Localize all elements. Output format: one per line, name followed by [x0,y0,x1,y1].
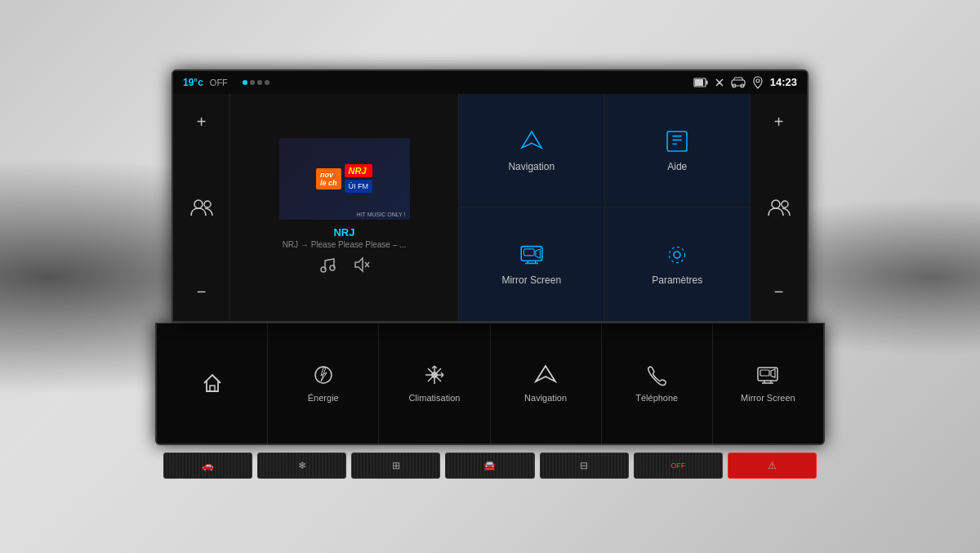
media-track: NRJ → Please Please Please – ... [283,240,407,249]
mirror-screen-bottom-label: Mirror Screen [741,393,795,403]
energie-icon [312,363,335,386]
nav-navigation-icon [534,363,557,386]
svg-point-6 [756,79,760,83]
nrj-logo: NRJ [345,164,373,177]
nav-tile-telephone[interactable]: Téléphone [602,323,712,444]
phys-btn-6-icon: OFF [670,462,685,470]
svg-rect-3 [732,80,745,86]
music-note-icon[interactable] [318,256,336,277]
status-bar: 19°c OFF [173,71,807,94]
energie-label: Énergie [308,393,339,403]
phys-btn-1[interactable]: 🚗 [163,453,252,479]
status-right: 14:23 [693,76,797,89]
media-station: NRJ [283,226,407,239]
svg-marker-29 [321,368,327,381]
svg-rect-27 [210,386,215,391]
car-status-icon [731,77,746,88]
user-profile-icon[interactable] [185,191,218,224]
phys-btn-5[interactable]: ⊟ [540,453,629,479]
bottom-screen: Énergie Climatisation [155,323,825,445]
volume-down-button[interactable]: − [185,276,218,309]
right-volume-down-button[interactable]: − [763,276,795,309]
parametres-label: Paramètres [652,274,702,286]
dot-1 [243,80,247,85]
phys-btn-6[interactable]: OFF [634,453,723,479]
main-content: + − [173,94,807,321]
volume-up-button[interactable]: + [185,106,218,139]
profile-icon-svg [189,197,214,218]
navigation-label: Navigation [508,161,555,172]
svg-point-26 [782,201,788,207]
physical-buttons-row: 🚗 ❄ ⊞ 🚘 ⊟ OFF ⚠ [155,448,825,484]
parametres-icon [664,242,690,268]
svg-rect-1 [695,79,703,86]
phys-btn-2[interactable]: ❄ [257,453,346,479]
nav-tile-energie[interactable]: Énergie [268,323,378,444]
svg-rect-41 [760,370,769,376]
svg-rect-19 [523,249,534,256]
svg-point-24 [670,248,685,263]
left-panel: + − [173,94,230,321]
nav-mirror-screen-icon [756,363,779,386]
mirror-screen-label: Mirror Screen [501,274,561,286]
media-section: novle ch NRJ ÜI FM HIT MUSIC ONLY ! NRJ … [230,94,459,321]
right-user-icon[interactable] [763,191,795,224]
media-controls [318,256,371,277]
aide-icon [664,128,690,154]
mirror-screen-icon [519,242,545,268]
app-tile-mirror-screen[interactable]: Mirror Screen [459,207,604,321]
mode-display: OFF [210,78,228,87]
svg-marker-39 [536,366,555,381]
right-volume-up-button[interactable]: + [763,106,795,139]
ui-fm-logo: ÜI FM [345,180,373,193]
navigation-bottom-label: Navigation [524,393,567,403]
aide-label: Aide [667,161,687,172]
mute-icon[interactable] [353,256,371,277]
app-tile-navigation[interactable]: Navigation [459,94,604,207]
phys-btn-1-icon: 🚗 [202,460,214,471]
phys-btn-3-icon: ⊞ [392,460,400,471]
page-dots [243,80,270,85]
svg-point-8 [204,201,211,207]
svg-rect-14 [667,132,687,151]
temperature-display: 19°c [183,77,203,88]
right-panel: + − [750,94,807,321]
hit-music-label: HIT MUSIC ONLY ! [357,212,406,217]
nav-tile-navigation[interactable]: Navigation [491,323,601,444]
telephone-label: Téléphone [635,393,678,403]
nova-logo: novle ch [316,168,341,190]
app-tile-parametres[interactable]: Paramètres [605,207,751,321]
screens-wrapper: 19°c OFF [155,69,825,484]
battery-icon [693,78,708,87]
hazard-icon: ⚠ [768,460,777,471]
phys-btn-5-icon: ⊟ [580,460,588,471]
phys-btn-3[interactable]: ⊞ [351,453,440,479]
nav-tile-mirror-screen[interactable]: Mirror Screen [713,323,823,444]
bottom-nav: Énergie Climatisation [157,323,823,444]
dot-4 [265,80,270,85]
clock-display: 14:23 [770,76,797,88]
car-infotainment-surround: 19°c OFF [0,0,980,553]
gps-icon [752,76,764,89]
right-profile-icon [767,197,791,218]
phys-btn-hazard[interactable]: ⚠ [728,453,817,479]
radio-logos: novle ch NRJ ÜI FM [316,164,372,193]
nav-tile-climatisation[interactable]: Climatisation [379,323,489,444]
navigation-icon [519,128,545,154]
apps-grid: Navigation Aide [459,94,750,321]
status-left: 19°c OFF [183,77,270,88]
svg-point-7 [194,200,203,208]
bluetooth-icon [715,76,724,89]
climatisation-label: Climatisation [408,393,460,403]
album-art: novle ch NRJ ÜI FM HIT MUSIC ONLY ! [279,138,410,220]
svg-rect-2 [706,80,707,84]
phys-btn-4[interactable]: 🚘 [445,453,534,479]
nav-tile-home[interactable] [157,323,267,444]
home-icon [201,372,224,395]
svg-marker-13 [522,132,541,148]
phys-btn-2-icon: ❄ [298,460,306,471]
media-info: NRJ NRJ → Please Please Please – ... [283,226,407,249]
svg-point-25 [772,200,780,208]
top-screen: 19°c OFF [172,69,808,323]
app-tile-aide[interactable]: Aide [605,94,751,207]
